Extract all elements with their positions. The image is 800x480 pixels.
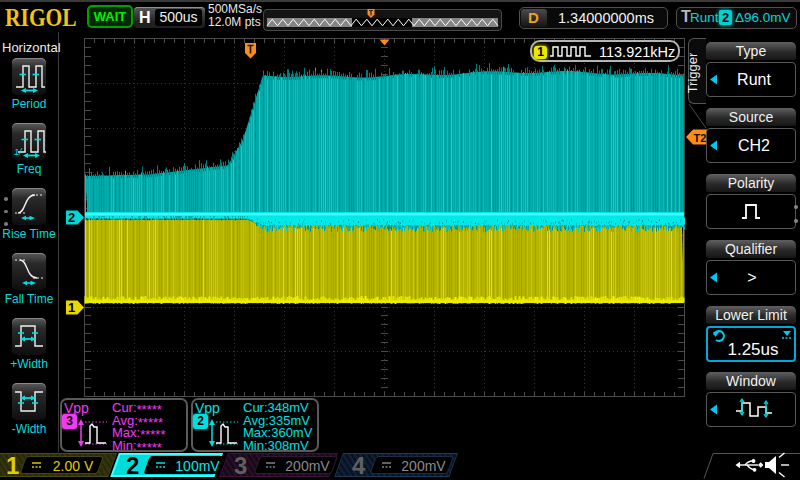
svg-text:1.25us: 1.25us — [727, 340, 778, 359]
svg-text:CH2: CH2 — [738, 137, 770, 154]
svg-text:Runt: Runt — [737, 71, 771, 88]
svg-text:1: 1 — [68, 300, 75, 315]
svg-text:T2: T2 — [694, 132, 707, 144]
svg-text:2: 2 — [68, 210, 75, 225]
svg-text:Trigger: Trigger — [685, 52, 700, 93]
svg-text:>: > — [747, 269, 756, 286]
